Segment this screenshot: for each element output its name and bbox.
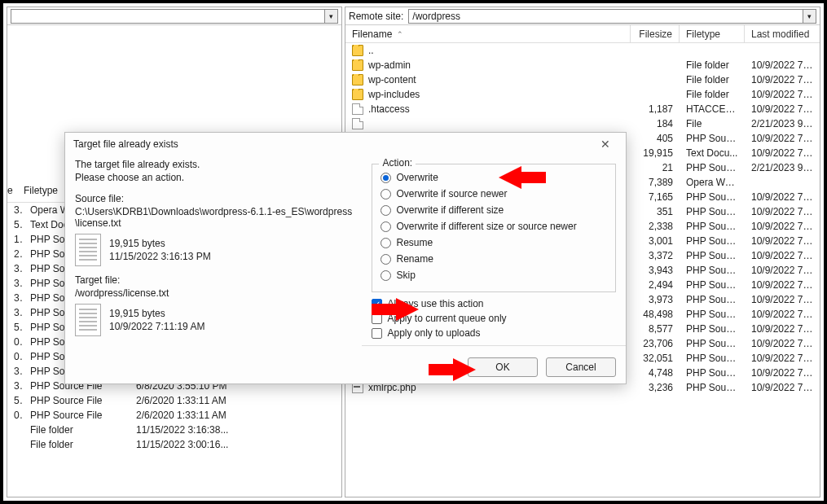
file-size-tail: 51 bbox=[7, 395, 24, 406]
file-modified: 10/9/2022 7:11:... bbox=[745, 147, 820, 159]
overwrite-dialog: Target file already exists ✕ The target … bbox=[64, 132, 627, 384]
file-type: PHP Sourc... bbox=[680, 323, 745, 335]
remote-header-row: Filename⌃ Filesize Filetype Last modifie… bbox=[345, 25, 820, 43]
action-group: Action: Overwrite Overwrite if source ne… bbox=[372, 164, 616, 292]
table-row[interactable]: File folder11/15/2022 3:16:38... bbox=[7, 423, 341, 437]
chevron-down-icon: ▾ bbox=[329, 12, 333, 20]
file-type: PHP Sourc... bbox=[680, 309, 745, 320]
file-size: 19,915 bbox=[631, 147, 680, 159]
table-row[interactable]: 05PHP Source File2/6/2020 1:33:11 AM bbox=[7, 408, 341, 423]
file-modified: 10/9/2022 7:11:... bbox=[745, 367, 820, 379]
file-type: PHP Sourc... bbox=[680, 133, 745, 144]
local-path-dropdown[interactable]: ▾ bbox=[325, 9, 338, 24]
file-type: File folder bbox=[680, 59, 745, 71]
file-size: 32,051 bbox=[631, 353, 680, 364]
file-type: PHP Sourc... bbox=[680, 265, 745, 276]
file-size: 3,973 bbox=[631, 294, 680, 305]
file-type: Text Docu... bbox=[680, 147, 745, 159]
file-type: Opera Web... bbox=[680, 177, 745, 188]
file-modified: 10/9/2022 7:11:... bbox=[745, 250, 820, 261]
radio-icon bbox=[381, 254, 391, 265]
file-size: 7,165 bbox=[631, 191, 680, 203]
remote-path-input[interactable] bbox=[408, 9, 803, 24]
folder-icon bbox=[352, 89, 363, 100]
source-bytes: 19,915 bytes bbox=[109, 238, 211, 249]
file-modified: 10/9/2022 7:11:... bbox=[745, 59, 820, 71]
target-bytes: 19,915 bytes bbox=[109, 308, 205, 319]
check-queue-only[interactable]: Apply to current queue only bbox=[372, 311, 616, 326]
file-size: 184 bbox=[631, 118, 680, 129]
remote-path-dropdown[interactable]: ▾ bbox=[803, 9, 816, 24]
folder-icon bbox=[352, 59, 363, 71]
radio-icon bbox=[381, 238, 391, 248]
radio-skip[interactable]: Skip bbox=[381, 267, 607, 283]
radio-overwrite[interactable]: Overwrite bbox=[381, 169, 607, 186]
ok-button[interactable]: OK bbox=[468, 357, 538, 377]
radio-overwrite-diffsize[interactable]: Overwrite if different size bbox=[381, 202, 607, 218]
remote-col-filesize[interactable]: Filesize bbox=[631, 25, 680, 42]
file-size-tail: 05 bbox=[7, 410, 24, 421]
remote-col-modified[interactable]: Last modified bbox=[745, 25, 820, 42]
table-row[interactable]: 51PHP Source File2/6/2020 1:33:11 AM bbox=[7, 393, 341, 408]
table-row[interactable]: wp-adminFile folder10/9/2022 7:11:... bbox=[345, 58, 820, 72]
file-modified: 10/9/2022 7:11:... bbox=[745, 323, 820, 335]
file-size-tail: 04 bbox=[7, 351, 24, 362]
radio-icon bbox=[381, 221, 391, 232]
close-icon[interactable]: ✕ bbox=[593, 138, 618, 151]
file-size-tail: 35 bbox=[7, 292, 24, 304]
source-path: C:\Users\KDRB1\Downloads\wordpress-6.1.1… bbox=[75, 206, 355, 229]
table-row[interactable]: .htaccess1,187HTACCESS ...10/9/2022 7:11… bbox=[345, 102, 820, 116]
file-type: PHP Sourc... bbox=[680, 294, 745, 305]
local-path-input[interactable] bbox=[11, 9, 325, 24]
file-type: PHP Sourc... bbox=[680, 338, 745, 349]
source-label: Source file: bbox=[75, 193, 355, 204]
file-type: File folder bbox=[24, 439, 130, 450]
radio-icon bbox=[381, 189, 391, 199]
sort-caret-icon: ⌃ bbox=[397, 30, 403, 38]
file-size: 2,494 bbox=[631, 279, 680, 291]
local-col-size-tail[interactable]: e bbox=[7, 185, 24, 202]
file-size: 23,706 bbox=[631, 338, 680, 349]
file-size-tail: 38 bbox=[7, 366, 24, 377]
table-row[interactable]: File folder11/15/2022 3:00:16... bbox=[7, 437, 341, 452]
radio-icon bbox=[381, 173, 391, 183]
radio-icon bbox=[381, 270, 391, 281]
file-size: 1,187 bbox=[631, 103, 680, 115]
remote-col-filetype[interactable]: Filetype bbox=[680, 25, 745, 42]
table-row[interactable]: .. bbox=[345, 43, 820, 58]
file-type: HTACCESS ... bbox=[680, 103, 745, 115]
table-row[interactable]: wp-includesFile folder10/9/2022 7:11:... bbox=[345, 87, 820, 102]
checkbox-icon bbox=[372, 328, 382, 339]
table-row[interactable]: wp-contentFile folder10/9/2022 7:24:... bbox=[345, 72, 820, 87]
file-type: PHP Source File bbox=[24, 395, 130, 406]
file-modified: 2/21/2023 9:55:... bbox=[745, 118, 820, 129]
file-name: wp-content bbox=[368, 74, 416, 85]
file-size-tail: 2 bbox=[7, 248, 24, 260]
check-uploads-only[interactable]: Apply only to uploads bbox=[372, 326, 616, 340]
radio-resume[interactable]: Resume bbox=[381, 234, 607, 251]
file-size: 3,236 bbox=[631, 382, 680, 393]
target-path: /wordpress/license.txt bbox=[75, 287, 355, 299]
file-modified: 10/9/2022 7:11:... bbox=[745, 235, 820, 247]
radio-rename[interactable]: Rename bbox=[381, 251, 607, 267]
table-row[interactable]: 184File2/21/2023 9:55:... bbox=[345, 116, 820, 131]
file-name: .. bbox=[368, 45, 374, 56]
radio-overwrite-diffornewer[interactable]: Overwrite if different size or source ne… bbox=[381, 218, 607, 234]
file-size-tail: 1 bbox=[7, 234, 24, 245]
file-type: PHP Sourc... bbox=[680, 221, 745, 232]
file-modified: 10/9/2022 7:11:... bbox=[745, 191, 820, 203]
remote-site-bar: Remote site: ▾ bbox=[345, 7, 820, 25]
file-modified: 10/9/2022 7:11:... bbox=[745, 221, 820, 232]
folder-icon bbox=[352, 74, 363, 85]
radio-overwrite-newer[interactable]: Overwrite if source newer bbox=[381, 186, 607, 202]
check-always[interactable]: ✓Always use this action bbox=[372, 296, 616, 311]
radio-icon bbox=[381, 205, 391, 216]
file-size-tail: 36 bbox=[7, 380, 24, 392]
dialog-titlebar[interactable]: Target file already exists ✕ bbox=[65, 133, 626, 156]
file-size: 3,372 bbox=[631, 250, 680, 261]
file-modified: 2/6/2020 1:33:11 AM bbox=[130, 395, 341, 406]
file-modified: 2/21/2023 9:54:... bbox=[745, 162, 820, 173]
file-modified: 10/9/2022 7:11:... bbox=[745, 338, 820, 349]
cancel-button[interactable]: Cancel bbox=[546, 357, 616, 377]
remote-col-filename[interactable]: Filename⌃ bbox=[345, 25, 631, 42]
